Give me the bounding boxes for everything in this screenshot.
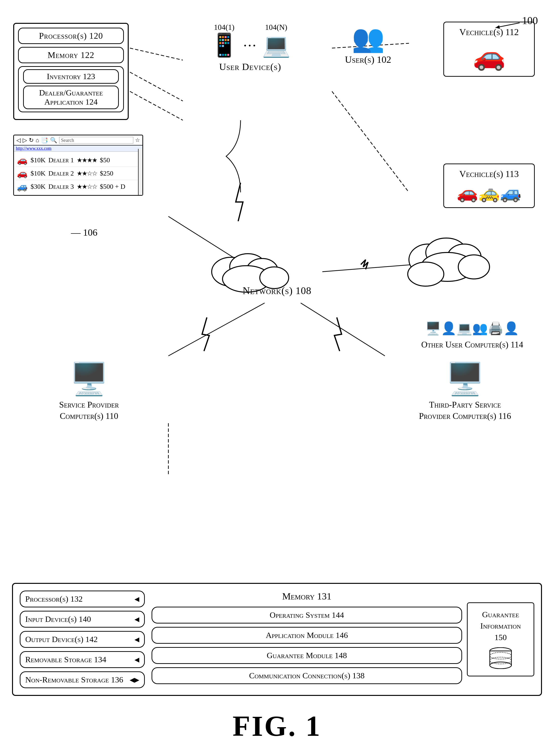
comm-conn-row: Communication Connection(s) 138: [152, 667, 462, 684]
inner-group: Inventory 123 Dealer/Guarantee Applicati…: [18, 66, 124, 112]
diagram-container: 100: [0, 0, 554, 756]
car-icon-3: 🚙: [17, 182, 27, 192]
vehicle-112-label: Vechicle(s) 112: [449, 27, 529, 37]
other-users-label: Other User Computer(s) 114: [419, 339, 525, 350]
svg-point-13: [212, 257, 250, 286]
stars-2: ★★☆☆: [77, 170, 97, 177]
svg-point-22: [458, 255, 490, 279]
svg-point-19: [426, 238, 467, 267]
processor-132-row: Processor(s) 132 ◀: [20, 591, 145, 607]
server-icon-left: 🖥️: [43, 361, 135, 397]
svg-point-20: [447, 244, 481, 271]
stars-3: ★★☆☆: [77, 183, 97, 190]
svg-point-14: [230, 254, 266, 280]
svg-line-10: [301, 303, 385, 356]
bottom-left-col: Processor(s) 132 ◀ Input Device(s) 140 ◀…: [20, 591, 145, 688]
back-icon[interactable]: ◁: [16, 137, 21, 143]
svg-line-3: [130, 48, 183, 60]
svg-text:— 106: — 106: [71, 227, 98, 238]
ref-104-n: 104(N) 💻: [262, 23, 291, 59]
output-device-row: Output Device(s) 142 ◀: [20, 631, 145, 648]
star-icon[interactable]: ☆: [135, 137, 140, 143]
dealer-guarantee-row: Dealer/Guarantee Application 124: [23, 85, 119, 109]
guarantee-label: Guarantee Information 150: [475, 609, 527, 643]
other-users-area: 🖥️👤💻👥🖨️👤 Other User Computer(s) 114: [419, 311, 525, 350]
ref-104-1: 104(1) 📱: [210, 23, 239, 59]
server-box-top: Processor(s) 120 Memory 122 Inventory 12…: [13, 23, 129, 120]
browser-row-1: 🚗 $10K Dealer 1 ★★★★ $50: [16, 154, 141, 167]
browser-content: 🚗 $10K Dealer 1 ★★★★ $50 🚗 $10K Dealer 2…: [14, 152, 143, 195]
vehicle-113-label: Vechicle(s) 113: [449, 169, 529, 179]
network-label: Network(s) 108: [243, 285, 312, 296]
arrow-output: ◀: [134, 636, 139, 643]
server-icon-right: 🖥️: [414, 361, 515, 397]
browser-scrollbar[interactable]: [138, 149, 143, 195]
users-area: 👥 User(s) 102: [337, 23, 399, 65]
browser-window: ◁ ▷ ↻ ⌂ 📑 🔍 Search ☆ http://www.xxx.com …: [13, 135, 143, 196]
svg-line-5: [130, 92, 183, 120]
car-icon-1: 🚗: [17, 155, 27, 165]
inventory-row: Inventory 123: [23, 69, 119, 84]
svg-line-11: [322, 265, 414, 272]
guarantee-info-box: Guarantee Information 150: [467, 602, 534, 677]
bottom-right-section: Memory 131 Operating System 144 Applicat…: [152, 591, 534, 688]
memory-title: Memory 131: [152, 591, 462, 602]
input-device-row: Input Device(s) 140 ◀: [20, 611, 145, 628]
removable-storage-row: Removable Storage 134 ◀: [20, 651, 145, 668]
vehicle-113-box: Vechicle(s) 113 🚗🚕🚙: [443, 164, 535, 208]
car-icon-2: 🚗: [17, 168, 27, 178]
dots: ···: [243, 37, 257, 59]
app-module-row: Application Module 146: [152, 627, 462, 644]
browser-toolbar: ◁ ▷ ↻ ⌂ 📑 🔍 Search ☆: [14, 135, 143, 146]
arrow-removable: ◀: [134, 656, 139, 663]
search-icon[interactable]: 🔍: [50, 137, 57, 143]
search-bar[interactable]: Search: [59, 137, 133, 143]
vehicle-112-box: Vechicle(s) 112 🚗: [443, 22, 535, 77]
memory-row: Memory 122: [18, 47, 124, 63]
guarantee-col: Guarantee Information 150: [467, 591, 534, 688]
bookmark-icon[interactable]: 📑: [41, 137, 48, 143]
arrow-non-removable: ◀▶: [130, 676, 139, 684]
browser-url-bar: http://www.xxx.com: [14, 146, 143, 152]
vehicle-113-icons: 🚗🚕🚙: [449, 182, 529, 203]
svg-line-9: [168, 303, 265, 356]
svg-point-18: [409, 244, 447, 275]
processor-row: Processor(s) 120: [18, 27, 124, 44]
third-party-label: Third-Party Service Provider Computer(s)…: [414, 399, 515, 422]
vehicle-112-icon: 🚗: [449, 41, 529, 72]
stars-1: ★★★★: [77, 157, 97, 164]
svg-point-21: [421, 252, 474, 281]
home-icon[interactable]: ⌂: [36, 137, 39, 143]
svg-line-7: [332, 92, 409, 192]
browser-row-3: 🚙 $30K Dealer 3 ★★☆☆ $500 + D: [16, 180, 141, 193]
svg-point-23: [408, 262, 444, 286]
arrow-processor: ◀: [134, 595, 139, 603]
non-removable-storage-row: Non-Removable Storage 136 ◀▶: [20, 672, 145, 688]
refresh-icon[interactable]: ↻: [29, 137, 34, 143]
browser-row-2: 🚗 $10K Dealer 2 ★★☆☆ $250: [16, 167, 141, 180]
users-label: User(s) 102: [337, 54, 399, 65]
memory-col: Memory 131 Operating System 144 Applicat…: [152, 591, 462, 688]
figure-label: FIG. 1: [233, 710, 321, 743]
database-icon: [489, 647, 513, 669]
user-devices-area: 104(1) 📱 ··· 104(N) 💻 User Device(s): [178, 23, 322, 72]
service-provider-label: Service Provider Computer(s) 110: [43, 399, 135, 422]
svg-point-15: [246, 258, 278, 283]
service-provider-area: 🖥️ Service Provider Computer(s) 110: [43, 361, 135, 422]
forward-icon[interactable]: ▷: [22, 137, 27, 143]
arrow-input: ◀: [134, 616, 139, 623]
bottom-box: Processor(s) 132 ◀ Input Device(s) 140 ◀…: [12, 583, 542, 696]
user-devices-label: User Device(s): [178, 61, 322, 72]
third-party-area: 🖥️ Third-Party Service Provider Computer…: [414, 361, 515, 422]
svg-line-4: [130, 72, 183, 101]
svg-line-8: [168, 217, 260, 274]
guarantee-module-row: Guarantee Module 148: [152, 647, 462, 664]
os-row: Operating System 144: [152, 607, 462, 624]
